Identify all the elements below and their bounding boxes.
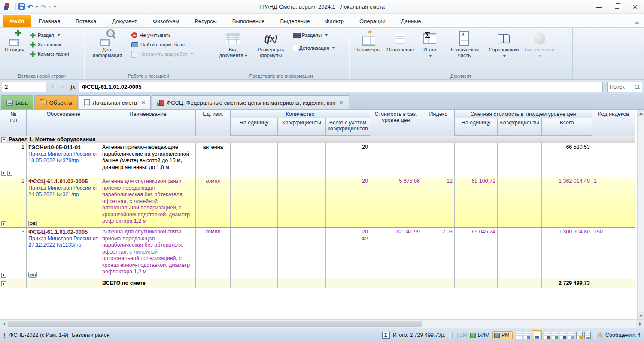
cell-qty-total[interactable]: 20 bbox=[326, 177, 370, 227]
cell-justification[interactable]: ФСБЦ-61.1.01.02-0005 Приказ Минстроя Рос… bbox=[27, 228, 100, 279]
tab-resources[interactable]: Ресурсы bbox=[187, 15, 225, 27]
col-header-per-unit-2[interactable]: На единицу bbox=[455, 118, 498, 136]
mode-icon-9[interactable] bbox=[584, 332, 591, 339]
close-tab-icon[interactable]: ✕ bbox=[340, 100, 343, 106]
col-header-quantity[interactable]: Количество bbox=[231, 110, 370, 118]
tab-selection[interactable]: Выделение bbox=[273, 15, 318, 27]
col-header-index[interactable]: Индекс bbox=[422, 110, 455, 136]
scroll-down-arrow[interactable] bbox=[638, 312, 644, 319]
mode-icon-4[interactable] bbox=[544, 332, 550, 339]
tab-filter[interactable]: Фильтр bbox=[317, 15, 352, 27]
scroll-up-arrow[interactable] bbox=[638, 110, 644, 117]
mode-icon-6[interactable] bbox=[560, 332, 566, 339]
cell-name[interactable]: Антенны приемо-передающие параболические… bbox=[100, 143, 196, 177]
expand-icon[interactable] bbox=[1, 273, 6, 278]
cell-index[interactable] bbox=[422, 143, 455, 177]
doc-view-button[interactable]: Вид документа bbox=[216, 30, 251, 60]
cell-cur-coeff[interactable] bbox=[498, 143, 542, 177]
tab-file[interactable]: Файл bbox=[3, 15, 31, 27]
scrollbar-thumb[interactable] bbox=[8, 321, 422, 327]
tab-local-estimate[interactable]: Локальная смета ✕ bbox=[79, 95, 151, 109]
col-header-index-code[interactable]: Код индекса bbox=[592, 110, 635, 136]
expand-icon[interactable] bbox=[7, 171, 12, 176]
cell-cur-coeff[interactable] bbox=[498, 177, 542, 227]
cell-index-code[interactable] bbox=[592, 143, 635, 177]
col-header-total[interactable]: Всего bbox=[542, 118, 592, 136]
tab-physvolume[interactable]: Физобъем bbox=[145, 15, 187, 27]
scroll-left-arrow[interactable] bbox=[0, 320, 8, 328]
cell-qty-total[interactable]: 20 Ф2 bbox=[326, 228, 370, 279]
bim-toggle[interactable]: БИМ bbox=[470, 332, 489, 338]
cell-qty-per-unit[interactable] bbox=[231, 143, 278, 177]
cell-justification-current[interactable]: ФССЦ-61.1.01.02-0005 Приказ Минстроя Рос… bbox=[27, 177, 100, 227]
table-row[interactable]: 3 ФСБЦ-61.1.01.02-0005 Приказ Минстроя Р… bbox=[0, 228, 635, 279]
cell-cur-total[interactable]: 1 300 904,80 bbox=[542, 228, 592, 279]
find-in-base-button[interactable]: Найти в норм. базе bbox=[130, 40, 195, 49]
cell-name[interactable]: Антенна для спутниковой связи приемо-пер… bbox=[100, 228, 196, 279]
col-header-num[interactable]: №п.п bbox=[0, 110, 27, 136]
table-row-selected[interactable]: 2 ФССЦ-61.1.01.02-0005 Приказ Минстроя Р… bbox=[0, 177, 635, 228]
cell-num[interactable]: 3 bbox=[0, 228, 27, 279]
tab-main[interactable]: Главная bbox=[31, 15, 68, 27]
tab-base[interactable]: База bbox=[1, 95, 33, 109]
cell-justification[interactable]: ГЭСНм10-05-011-01 Приказ Минстроя России… bbox=[27, 143, 100, 177]
cell-index[interactable]: 2,03 bbox=[422, 228, 455, 279]
cell-num[interactable]: 2 bbox=[0, 177, 27, 227]
cell-index-code[interactable]: 150 bbox=[592, 228, 635, 279]
cell-cur-per-unit[interactable]: 65 045,24 bbox=[455, 228, 498, 279]
col-header-justification[interactable]: Обоснование bbox=[27, 110, 100, 136]
tab-document[interactable]: Документ bbox=[104, 15, 145, 27]
cell-qty-coeff[interactable] bbox=[278, 177, 326, 227]
cell-cur-total[interactable]: 66 580,53 bbox=[542, 143, 592, 177]
col-header-coefficients-2[interactable]: Коэффициенты bbox=[498, 118, 542, 136]
cell-unit[interactable]: антенна bbox=[196, 143, 231, 177]
expand-icon[interactable] bbox=[1, 221, 6, 226]
mode-icon-7[interactable] bbox=[568, 332, 574, 339]
messages-button[interactable]: ⚠ Сообщений: 4 bbox=[597, 332, 641, 339]
tab-insert[interactable]: Вставка bbox=[68, 15, 104, 27]
fx-icon[interactable]: fx bbox=[69, 84, 77, 91]
close-tab-icon[interactable]: ✕ bbox=[141, 100, 145, 106]
expand-icon[interactable] bbox=[1, 171, 6, 176]
col-header-current-cost[interactable]: Сметная стоимость в текущем уровне цен bbox=[455, 110, 592, 118]
expand-icon[interactable] bbox=[1, 281, 6, 286]
cell-base-cost[interactable]: 5 675,06 bbox=[370, 177, 422, 227]
cell-index-code[interactable]: 1 bbox=[592, 177, 635, 227]
col-header-per-unit[interactable]: На единицу bbox=[231, 118, 278, 136]
rm-toggle-active[interactable]: РМ bbox=[492, 331, 513, 339]
cell-cur-total[interactable]: 1 362 014,40 bbox=[542, 177, 592, 227]
horizontal-scrollbar[interactable] bbox=[0, 319, 644, 328]
mode-icon-2[interactable] bbox=[524, 332, 530, 339]
scroll-right-arrow[interactable] bbox=[636, 320, 644, 328]
formula-input[interactable]: ФССЦ-61.1.01.02-0005 bbox=[79, 82, 603, 92]
vertical-scrollbar[interactable] bbox=[637, 110, 644, 319]
comment-button[interactable]: Комментарий bbox=[28, 49, 70, 59]
tab-operations[interactable]: Операции bbox=[352, 15, 393, 27]
cell-base-cost[interactable]: 32 041,99 bbox=[370, 228, 422, 279]
mode-icon-8[interactable] bbox=[576, 332, 583, 339]
position-button[interactable]: Позиция bbox=[3, 30, 27, 54]
col-header-coefficients[interactable]: Коэффициенты bbox=[278, 118, 326, 136]
section-row[interactable]: Раздел 1. Монтаж оборудования bbox=[0, 136, 635, 143]
cell-qty-per-unit[interactable] bbox=[231, 228, 278, 279]
search-icon[interactable] bbox=[634, 84, 640, 90]
col-header-base-cost[interactable]: Стоимость в баз. уровне цен bbox=[370, 110, 422, 136]
col-header-total-with-coeff[interactable]: Всего с учетом коэффициентов bbox=[326, 118, 370, 136]
detail-button[interactable]: Детализация bbox=[291, 43, 337, 53]
cell-cur-per-unit[interactable] bbox=[455, 143, 498, 177]
cell-unit[interactable]: компл bbox=[196, 228, 231, 279]
cell-reference-box[interactable]: 2 bbox=[2, 82, 46, 92]
cell-cur-per-unit[interactable]: 68 100,72 bbox=[455, 177, 498, 227]
grand-total-row[interactable]: ВСЕГО по смете 2 729 499,73 bbox=[0, 279, 635, 288]
tab-execution[interactable]: Выполнение bbox=[225, 15, 273, 27]
cell-base-cost[interactable] bbox=[370, 143, 422, 177]
tab-data[interactable]: Данные bbox=[393, 15, 429, 27]
cell-qty-total[interactable]: 20 bbox=[326, 143, 370, 177]
extra-info-button[interactable]: Доп. информация bbox=[87, 30, 128, 60]
cloud-icon[interactable]: ☁ bbox=[633, 18, 640, 26]
heading-button[interactable]: Заголовок bbox=[28, 40, 70, 49]
cell-qty-per-unit[interactable] bbox=[231, 177, 278, 227]
col-header-name[interactable]: Наименование bbox=[100, 110, 196, 136]
tab-fssc[interactable]: ФССЦ. Федеральные сметные цены на матери… bbox=[152, 95, 349, 109]
collapse-icon[interactable] bbox=[1, 137, 6, 142]
